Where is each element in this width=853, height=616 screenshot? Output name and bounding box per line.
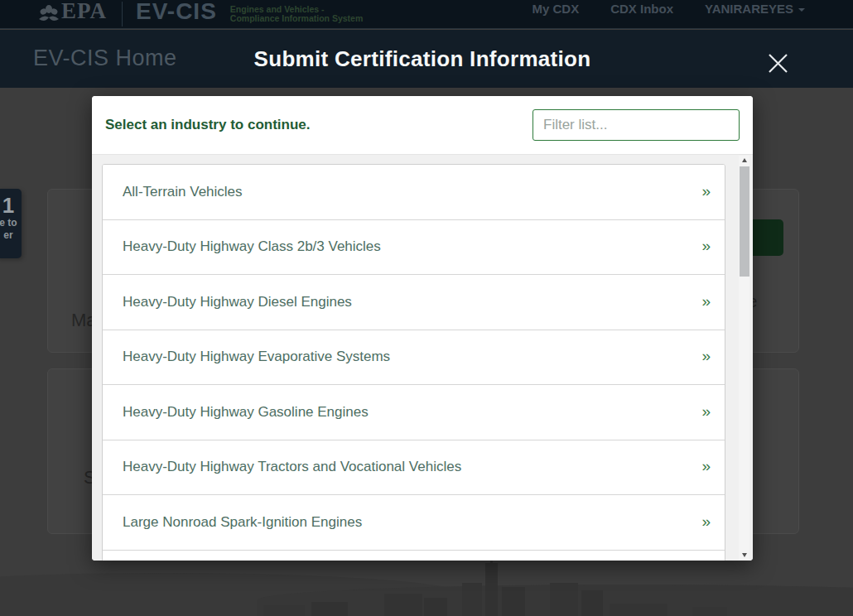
epa-flower-icon	[38, 2, 60, 27]
close-icon[interactable]	[766, 51, 790, 75]
dialog-header: Select an industry to continue.	[92, 96, 753, 155]
industry-list-item[interactable]: Large Nonroad Spark-Ignition Engines »	[103, 495, 725, 551]
industry-list-item[interactable]: Heavy-Duty Highway Gasoline Engines »	[103, 385, 725, 440]
nav-user-menu: YANIRAREYES	[705, 2, 805, 16]
epa-wordmark: EPA	[61, 0, 107, 24]
badge-number: 1	[0, 194, 22, 217]
scroll-down-arrow-icon[interactable]	[739, 551, 749, 560]
submit-certification-dialog: Select an industry to continue. All-Terr…	[92, 96, 753, 561]
building-shape	[462, 583, 482, 616]
industry-label: Heavy-Duty Highway Class 2b/3 Vehicles	[103, 238, 381, 255]
industry-list: All-Terrain Vehicles » Heavy-Duty Highwa…	[102, 164, 725, 561]
evcis-subtitle: Engines and Vehicles - Compliance Inform…	[230, 5, 363, 23]
chevron-right-icon: »	[701, 292, 711, 310]
industry-list-item[interactable]: Heavy-Duty Highway Tractors and Vocation…	[103, 440, 725, 496]
chevron-right-icon: »	[701, 457, 711, 475]
building-shape	[311, 602, 348, 616]
building-shape	[424, 598, 447, 616]
epa-logo: EPA	[38, 0, 107, 27]
building-shape	[610, 604, 667, 616]
industry-label: All-Terrain Vehicles	[103, 184, 243, 200]
evcis-wordmark: EV-CIS	[136, 0, 217, 25]
building-shape	[692, 607, 727, 616]
evcis-page: EPA EV-CIS Engines and Vehicles - Compli…	[0, 0, 853, 616]
industry-label: Large Nonroad Spark-Ignition Engines	[103, 514, 362, 531]
scrollbar-thumb[interactable]	[740, 166, 749, 277]
chevron-right-icon: »	[701, 513, 711, 531]
dialog-heading: Select an industry to continue.	[105, 117, 310, 133]
subtitle-line1: Engines and Vehicles -	[230, 5, 363, 14]
badge-text-line2: er	[0, 229, 22, 242]
nav-user-name: YANIRAREYES	[705, 2, 793, 16]
chevron-right-icon: »	[701, 237, 711, 255]
modal-title: Submit Certification Information	[254, 46, 591, 72]
scrollbar[interactable]	[739, 156, 749, 560]
nav-cdx-inbox: CDX Inbox	[610, 2, 673, 16]
badge-text-line1: e to	[0, 217, 22, 229]
building-shape	[581, 590, 603, 616]
modal-titlebar: Submit Certification Information	[92, 30, 753, 88]
subtitle-line2: Compliance Information System	[230, 14, 363, 23]
industry-label: Heavy-Duty Highway Diesel Engines	[103, 294, 352, 310]
industry-list-item[interactable]: Heavy-Duty Highway Evaporative Systems »	[103, 330, 725, 386]
industry-label: Heavy-Duty Highway Evaporative Systems	[103, 349, 390, 365]
building-shape	[384, 594, 422, 616]
filter-list-input[interactable]	[533, 109, 740, 141]
industry-list-item[interactable]: Heavy-Duty Highway Diesel Engines »	[103, 275, 725, 330]
industry-list-item[interactable]: Heavy-Duty Highway Class 2b/3 Vehicles »	[103, 220, 725, 276]
chevron-right-icon: »	[701, 182, 711, 200]
industry-label: Heavy-Duty Highway Tractors and Vocation…	[103, 459, 461, 475]
industry-list-item-partial[interactable]	[103, 551, 725, 561]
brand-divider	[122, 2, 123, 26]
caret-down-icon	[798, 8, 805, 12]
building-shape	[263, 605, 305, 616]
chevron-right-icon: »	[701, 402, 711, 421]
topbar: EPA EV-CIS Engines and Vehicles - Compli…	[0, 0, 853, 29]
brand-area: EPA EV-CIS Engines and Vehicles - Compli…	[38, 0, 363, 27]
building-shape	[550, 583, 578, 616]
building-shape	[485, 563, 498, 616]
industry-list-item[interactable]: All-Terrain Vehicles »	[103, 165, 725, 220]
scroll-up-arrow-icon[interactable]	[739, 156, 749, 165]
side-step-badge: 1 e to er	[0, 189, 22, 258]
industry-label: Heavy-Duty Highway Gasoline Engines	[103, 404, 369, 421]
building-shape	[502, 587, 525, 616]
nav-my-cdx: My CDX	[532, 2, 579, 16]
chevron-right-icon: »	[701, 347, 711, 365]
top-navigation: My CDX CDX Inbox YANIRAREYES	[532, 2, 805, 16]
dialog-body: All-Terrain Vehicles » Heavy-Duty Highwa…	[92, 155, 753, 561]
